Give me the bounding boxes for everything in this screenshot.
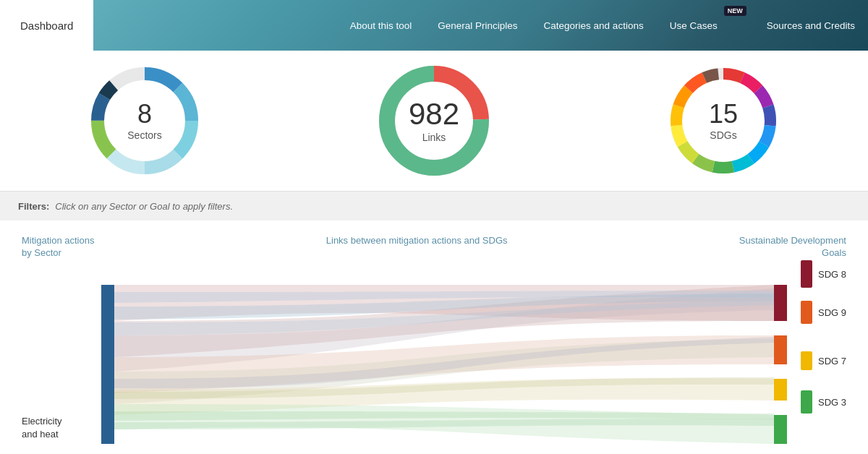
links-text: Links	[409, 132, 459, 143]
sectors-text: Sectors	[127, 129, 161, 141]
filters-hint: Click on any Sector or Goal to apply fil…	[55, 201, 233, 212]
sdg8-label[interactable]: SDG 8	[801, 260, 846, 288]
stats-row: 8 Sectors 982 Links	[0, 51, 868, 192]
electricity-label: Electricity and heat	[22, 415, 62, 441]
sdg8-color-bar	[801, 260, 812, 288]
nav-categories[interactable]: Categories and actions	[531, 0, 657, 51]
sdg9-label[interactable]: SDG 9	[801, 301, 846, 324]
sdgs-number: 15	[709, 101, 738, 127]
sdg9-bar[interactable]	[774, 335, 787, 364]
sectors-number: 8	[127, 101, 161, 127]
sdg3-text: SDG 3	[818, 397, 846, 408]
nav-sources[interactable]: Sources and Credits	[754, 0, 868, 51]
sankey-area: Mitigation actions by Sector Links betwe…	[0, 220, 868, 454]
nav-general[interactable]: General Principles	[425, 0, 530, 51]
sdgs-text: SDGs	[709, 129, 738, 141]
sdg7-label[interactable]: SDG 7	[801, 351, 846, 370]
nav-use-cases[interactable]: Use Cases NEW	[657, 0, 754, 51]
filters-bar: Filters: Click on any Sector or Goal to …	[0, 192, 868, 220]
sankey-right-header: Sustainable Development Goals	[739, 235, 846, 260]
sdg9-text: SDG 9	[818, 307, 846, 318]
header: Dashboard About this tool General Princi…	[0, 0, 868, 51]
filters-label: Filters:	[18, 201, 49, 212]
electricity-bar[interactable]	[101, 285, 114, 444]
links-donut[interactable]: 982 Links	[376, 63, 492, 179]
sdg9-color-bar	[801, 301, 812, 324]
nav-about[interactable]: About this tool	[337, 0, 425, 51]
sdg7-color-bar	[801, 351, 812, 370]
sdg7-text: SDG 7	[818, 356, 846, 367]
sdgs-donut[interactable]: 15 SDGs	[665, 63, 781, 179]
sdg-label-list: SDG 8 SDG 9 SDG 7 SDG 3	[801, 260, 846, 414]
sdg3-bar[interactable]	[774, 415, 787, 444]
nav-bar: About this tool General Principles Categ…	[337, 0, 868, 51]
sdg7-bar[interactable]	[774, 379, 787, 401]
sankey-headers: Mitigation actions by Sector Links betwe…	[22, 235, 846, 260]
sdg8-bar[interactable]	[774, 285, 787, 321]
links-number: 982	[409, 99, 459, 129]
sankey-diagram[interactable]	[22, 270, 846, 454]
sectors-donut[interactable]: 8 Sectors	[87, 63, 203, 179]
sdg3-label[interactable]: SDG 3	[801, 390, 846, 414]
sdgs-donut-label: 15 SDGs	[709, 101, 738, 141]
dashboard-tab[interactable]: Dashboard	[0, 0, 93, 51]
sdg3-color-bar	[801, 390, 812, 414]
links-donut-label: 982 Links	[409, 99, 459, 143]
sdg8-text: SDG 8	[818, 269, 846, 280]
sankey-left-header: Mitigation actions by Sector	[22, 235, 94, 260]
dashboard-label: Dashboard	[20, 20, 73, 32]
sankey-center-header: Links between mitigation actions and SDG…	[326, 235, 508, 260]
sectors-donut-label: 8 Sectors	[127, 101, 161, 141]
new-badge: NEW	[724, 6, 746, 16]
